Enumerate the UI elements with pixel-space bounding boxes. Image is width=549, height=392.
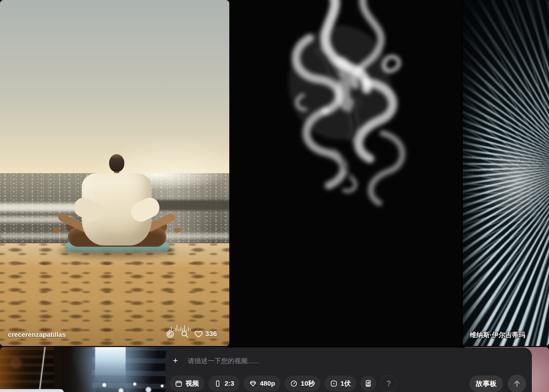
like-count: 336	[205, 330, 217, 338]
video-thumbnail-beach-meditation[interactable]	[0, 0, 229, 346]
media-type-button[interactable]: 视频	[169, 376, 204, 391]
help-button[interactable]: ?	[380, 375, 397, 392]
video-author-label[interactable]: crecerenzapatillas	[8, 331, 66, 338]
spiral-icon	[166, 330, 174, 338]
pill-label: 10秒	[301, 379, 315, 388]
dot-square-icon	[330, 380, 338, 388]
video-thumbnail-smoke[interactable]	[230, 0, 462, 346]
arrow-up-icon	[512, 379, 522, 389]
submit-button[interactable]	[508, 375, 526, 392]
journal-arrows-icon	[364, 379, 372, 388]
tunnel-shadow	[463, 0, 549, 346]
pill-label: 2:3	[225, 380, 234, 387]
head	[109, 154, 124, 172]
left-hand	[53, 228, 60, 233]
phone-icon	[214, 380, 222, 388]
credit-button[interactable]: 1伏	[324, 376, 356, 391]
remix-button[interactable]	[165, 329, 175, 339]
like-control[interactable]: 336	[194, 330, 217, 338]
video-action-bar: 336	[165, 329, 217, 339]
add-attachment-button[interactable]	[171, 356, 180, 365]
search-button[interactable]	[180, 329, 190, 339]
composer-settings-row: 视频 2:3 480p 10秒	[169, 375, 397, 392]
prompt-composer-panel: 请描述一下您的视频...... 视频 2:3 480p	[166, 348, 532, 392]
video-caption: 维纳斯·伊尔吉蒂玛	[470, 330, 525, 339]
video-gallery-screen: crecerenzapatillas 336 维纳斯·伊尔吉蒂玛	[0, 0, 549, 392]
smoke-plume	[230, 0, 462, 346]
heart-icon	[194, 330, 203, 338]
carved-totem	[0, 347, 54, 392]
meditating-person	[0, 0, 229, 346]
video-icon	[175, 380, 183, 388]
gem-icon	[249, 380, 257, 388]
resolution-button[interactable]: 480p	[244, 376, 280, 391]
advanced-settings-button[interactable]	[360, 376, 376, 391]
storyboard-button[interactable]: 故事板	[469, 376, 503, 392]
composer-submit-group: 故事板	[469, 375, 526, 392]
prompt-input[interactable]: 请描述一下您的视频......	[188, 357, 473, 365]
help-label: ?	[386, 379, 391, 388]
duration-button[interactable]: 10秒	[284, 376, 320, 391]
search-icon	[180, 330, 189, 338]
pill-label: 480p	[260, 380, 275, 387]
clock-icon	[290, 380, 298, 388]
pill-label: 视频	[186, 379, 199, 388]
aspect-ratio-button[interactable]: 2:3	[208, 376, 239, 391]
light-sparks	[95, 377, 171, 392]
totem-engravings	[0, 347, 54, 392]
right-hand	[174, 228, 181, 233]
plus-icon	[173, 357, 178, 364]
video-thumbnail-light-tunnel[interactable]	[463, 0, 549, 346]
partial-toast	[0, 389, 64, 392]
pill-label: 1伏	[341, 379, 351, 388]
